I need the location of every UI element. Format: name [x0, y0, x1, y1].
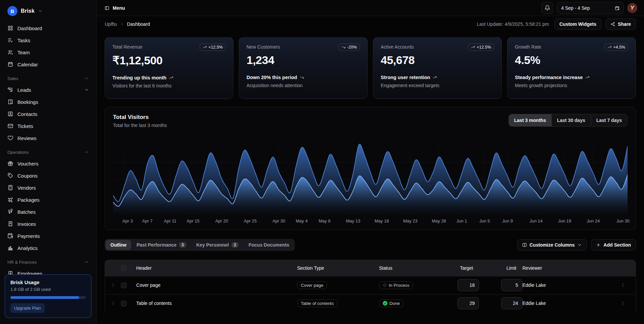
- sidebar-item-calendar[interactable]: Calendar: [5, 58, 92, 70]
- tab-past-performance[interactable]: Past Performance3: [132, 240, 191, 250]
- customize-columns-button[interactable]: Customize Columns: [517, 239, 587, 251]
- sidebar-item-label: Batches: [17, 209, 36, 215]
- stat-value: 4.5%: [515, 54, 628, 67]
- x-tick-label: Apr 20: [215, 218, 228, 223]
- sidebar-item-analytics[interactable]: Analytics: [5, 242, 92, 254]
- coupons-icon: [7, 173, 13, 179]
- share-button[interactable]: Share: [605, 18, 636, 30]
- column-target: Target: [436, 260, 479, 276]
- stat-footer: Trending up this month: [112, 75, 226, 80]
- trend-badge: +12.5%: [468, 44, 494, 51]
- stat-value: 1,234: [247, 54, 360, 67]
- sidebar-item-leads[interactable]: Leads: [5, 84, 92, 96]
- select-all-checkbox[interactable]: [121, 265, 126, 271]
- trend-up-icon: [433, 75, 437, 79]
- trend-up-icon: [203, 45, 207, 49]
- range-tab-last-30-days[interactable]: Last 30 days: [551, 114, 591, 126]
- trend-up-icon: [585, 75, 589, 79]
- drag-handle[interactable]: [105, 283, 121, 287]
- sidebar-item-tickets[interactable]: Tickets: [5, 120, 92, 132]
- vendors-icon: [7, 185, 13, 191]
- customize-columns-label: Customize Columns: [530, 242, 575, 248]
- row-checkbox[interactable]: [121, 301, 126, 306]
- sidebar-item-team[interactable]: Team: [5, 46, 92, 58]
- sidebar-item-label: Calendar: [17, 62, 38, 67]
- target-input[interactable]: [458, 297, 479, 309]
- topbar: Menu 4 Sep - 4 Sep Y: [97, 0, 644, 16]
- sidebar-item-vouchers[interactable]: Vouchers: [5, 157, 92, 170]
- sidebar-item-reviews[interactable]: Reviews: [5, 132, 92, 144]
- row-checkbox[interactable]: [121, 283, 126, 288]
- area-chart[interactable]: Apr 3Apr 7Apr 11Apr 15Apr 20Apr 25Apr 30…: [113, 142, 628, 224]
- sidebar-item-tasks[interactable]: Tasks: [5, 34, 92, 46]
- sidebar-item-label: Invoices: [17, 221, 36, 227]
- date-range-button[interactable]: 4 Sep - 4 Sep: [557, 2, 624, 14]
- add-section-button[interactable]: Add Section: [591, 239, 636, 251]
- column-limit: Limit: [479, 260, 522, 276]
- sidebar: B Brisk DashboardTasksTeamCalendarSalesL…: [0, 0, 97, 324]
- limit-input[interactable]: [501, 279, 523, 291]
- target-input[interactable]: [458, 279, 479, 291]
- range-tab-last-7-days[interactable]: Last 7 days: [591, 114, 627, 126]
- sidebar-item-batches[interactable]: Batches: [5, 206, 92, 218]
- sidebar-item-coupons[interactable]: Coupons: [5, 170, 92, 182]
- breadcrumb-parent[interactable]: Uplftu: [105, 21, 117, 27]
- table-row: Table of contents Table of contents Done…: [105, 294, 636, 312]
- sidebar-item-payments[interactable]: Payments: [5, 230, 92, 242]
- brand-logo: B: [7, 6, 17, 16]
- row-header-cell[interactable]: Cover page: [136, 276, 297, 294]
- chart-title: Total Visitors: [113, 114, 167, 121]
- range-tab-last-3-months[interactable]: Last 3 months: [509, 114, 551, 126]
- trend-badge: +12.5%: [200, 44, 226, 51]
- sidebar-item-invoices[interactable]: Invoices: [5, 218, 92, 230]
- tab-count-badge: 3: [179, 242, 186, 248]
- workspace-switcher[interactable]: B Brisk: [5, 4, 92, 18]
- date-range-label: 4 Sep - 4 Sep: [561, 5, 590, 11]
- visitors-chart-card: Total Visitors Total for the last 3 mont…: [105, 107, 636, 230]
- stat-subtext: Meets growth projections: [515, 83, 628, 88]
- menu-button[interactable]: Menu: [103, 3, 126, 13]
- row-menu-button[interactable]: [618, 280, 628, 290]
- x-tick-label: May 13: [346, 218, 361, 223]
- tab-outline[interactable]: Outline: [106, 240, 131, 250]
- stat-value: 45,678: [381, 54, 494, 67]
- row-menu-button[interactable]: [618, 299, 628, 308]
- tab-key-personnel[interactable]: Key Personnel2: [192, 240, 243, 250]
- upgrade-plan-button[interactable]: Upgrade Plan: [10, 303, 45, 313]
- sidebar-group-sales[interactable]: Sales: [5, 73, 92, 84]
- sidebar-item-label: Payments: [17, 233, 40, 239]
- sidebar-item-label: Reviews: [17, 135, 37, 141]
- payments-icon: [7, 233, 13, 239]
- usage-detail: 1.8 GB of 2 GB used: [10, 287, 86, 292]
- stat-footer: Strong user retention: [381, 75, 494, 80]
- tab-focus-documents[interactable]: Focus Documents: [244, 240, 294, 250]
- sidebar-group-hr-finances[interactable]: HR & Finances: [5, 257, 92, 267]
- stat-label: Total Revenue: [112, 44, 143, 50]
- loader-icon: [383, 283, 387, 287]
- sidebar-item-packages[interactable]: Packages: [5, 194, 92, 206]
- trend-down-icon: [300, 75, 304, 79]
- sidebar-item-dashboard[interactable]: Dashboard: [5, 22, 92, 34]
- sidebar-item-bookings[interactable]: Bookings: [5, 96, 92, 108]
- sidebar-item-vendors[interactable]: Vendors: [5, 182, 92, 194]
- chevron-up-icon: [84, 150, 89, 154]
- custom-widgets-button[interactable]: Custom Widgets: [554, 18, 601, 30]
- usage-title: Brisk Usage: [10, 279, 86, 285]
- column-section-type: Section Type: [297, 260, 379, 276]
- sidebar-item-contacts[interactable]: Contacts: [5, 108, 92, 120]
- panel-left-icon: [105, 6, 109, 10]
- drag-handle[interactable]: [105, 301, 121, 306]
- section-bar: OutlinePast Performance3Key Personnel2Fo…: [105, 239, 636, 251]
- column-reviewer: Reviewer: [523, 260, 618, 276]
- sidebar-group-operations[interactable]: Operations: [5, 147, 92, 157]
- usage-progressbar: [10, 296, 86, 299]
- sidebar-item-label: Bookings: [17, 99, 38, 105]
- limit-input[interactable]: [501, 297, 523, 309]
- add-section-label: Add Section: [603, 242, 631, 248]
- chevron-down-icon: [38, 9, 43, 13]
- row-header-cell[interactable]: Table of contents: [136, 294, 297, 312]
- avatar[interactable]: Y: [627, 3, 637, 13]
- vouchers-icon: [7, 160, 13, 167]
- trend-up-icon: [169, 76, 173, 80]
- notifications-button[interactable]: [541, 2, 553, 14]
